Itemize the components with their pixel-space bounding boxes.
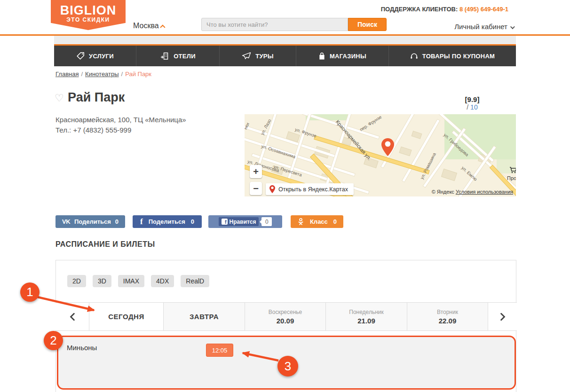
map-building [412, 131, 422, 139]
map-copyright: © Яндекс Условия использования [432, 189, 513, 195]
map-zoom-in-button[interactable]: + [250, 165, 262, 178]
nav-item-hotels[interactable]: ОТЕЛИ [136, 46, 220, 66]
tab-today[interactable]: СЕГОДНЯ [89, 303, 164, 330]
tab-tuesday[interactable]: Вторник 22.09 [407, 303, 488, 330]
nav-label: ОТЕЛИ [174, 53, 196, 60]
facebook-share-count: 0 [191, 218, 194, 225]
support-phone: ПОДДЕРЖКА КЛИЕНТОВ: 8 (495) 649-649-1 [381, 6, 508, 13]
vk-share-label: Поделиться [74, 218, 111, 225]
search-bar: Поиск [201, 18, 387, 31]
odnoklassniki-label: Класс [310, 218, 328, 225]
tab-day-date: 20.09 [277, 317, 294, 325]
nav-label: МАГАЗИНЫ [330, 53, 366, 60]
breadcrumb-cinemas[interactable]: Кинотеатры [85, 71, 119, 78]
favorite-heart-icon[interactable]: ♡ [55, 92, 64, 104]
tab-monday[interactable]: Понедельник 21.09 [326, 303, 407, 330]
biglion-logo[interactable]: BIGLION ЭТО СКИДКИ [51, 0, 126, 30]
facebook-like-count: 0 [261, 217, 272, 226]
tab-day-name: Вторник [437, 309, 458, 315]
facebook-like-widget[interactable]: f Нравится 0 [208, 215, 282, 228]
chevron-right-icon [499, 313, 506, 321]
nav-item-shops[interactable]: МАГАЗИНЫ [296, 46, 389, 66]
movie-title: Миньоны [67, 344, 97, 352]
open-yandex-maps-label: Открыть в Яндекс.Картах [278, 186, 348, 193]
tab-tomorrow[interactable]: ЗАВТРА [164, 303, 245, 330]
tab-tomorrow-label: ЗАВТРА [190, 313, 219, 321]
nav-item-coupon-goods[interactable]: ТОВАРЫ ПО КУПОНАМ [389, 46, 516, 66]
odnoklassniki-count: 0 [333, 218, 337, 225]
search-input[interactable] [201, 18, 348, 31]
bag-icon [318, 52, 325, 60]
breadcrumb-separator: / [121, 71, 123, 78]
nav-label: ТУРЫ [255, 53, 274, 60]
support-label: ПОДДЕРЖКА КЛИЕНТОВ: [381, 6, 459, 13]
odnoklassniki-share-button[interactable]: Класс 0 [291, 215, 343, 228]
facebook-share-button[interactable]: f Поделиться 0 [133, 215, 202, 228]
breadcrumb-current: Рай Парк [125, 71, 151, 78]
support-phone-number[interactable]: 8 (495) 649-649-1 [459, 6, 508, 13]
day-tabs: СЕГОДНЯ ЗАВТРА Воскресенье 20.09 Понедел… [55, 302, 517, 331]
annotation-marker-3: 3 [277, 356, 298, 376]
map-terms-link[interactable]: Условия использования [456, 189, 513, 195]
map-building [399, 147, 412, 157]
vk-share-button[interactable]: VK Поделиться 0 [55, 215, 125, 228]
tab-day-date: 21.09 [357, 317, 375, 325]
account-menu[interactable]: Личный кабинет [454, 23, 514, 31]
odnoklassniki-icon [297, 218, 304, 226]
annotation-marker-2: 2 [44, 331, 63, 350]
facebook-icon: f [222, 219, 228, 225]
filter-imax[interactable]: IMAX [118, 275, 144, 287]
schedule-heading: РАСПИСАНИЕ И БИЛЕТЫ [55, 240, 155, 249]
breadcrumb-home[interactable]: Главная [55, 71, 79, 78]
facebook-like-label: Нравится [230, 219, 256, 225]
logo-text: BIGLION [60, 4, 117, 16]
prev-days-button[interactable] [55, 303, 89, 330]
search-button[interactable]: Поиск [348, 18, 387, 31]
tab-day-name: Понедельник [349, 309, 383, 315]
chevron-down-icon [510, 24, 515, 29]
facebook-like-button[interactable]: f Нравится [219, 217, 259, 226]
city-selector[interactable]: Москва [133, 22, 166, 30]
venue-address: Красноармейская, 100, ТЦ «Мельница» [55, 116, 186, 124]
map-street-label: ул. Ромашина [419, 152, 437, 180]
open-yandex-maps-link[interactable]: Открыть в Яндекс.Картах [266, 183, 354, 195]
venue-phone: Тел.: +7 (4832) 555-999 [55, 126, 131, 134]
map-pin-icon [381, 138, 394, 157]
city-label: Москва [133, 22, 159, 30]
next-days-button[interactable] [488, 303, 517, 330]
nav-item-tours[interactable]: ТУРЫ [220, 46, 296, 66]
filter-4dx[interactable]: 4DX [151, 275, 174, 287]
map-zoom-out-button[interactable]: − [250, 182, 262, 195]
page: BIGLION ЭТО СКИДКИ Москва Поиск ПОДДЕРЖК… [0, 0, 570, 392]
rating-slash: / [467, 103, 470, 111]
chevron-left-icon [69, 313, 76, 321]
map-copyright-text: © Яндекс [432, 189, 456, 195]
rating-value: [9.9] [457, 95, 487, 103]
social-share-row: VK Поделиться 0 f Поделиться 0 f Нравитс… [55, 215, 343, 228]
filter-2d[interactable]: 2D [67, 275, 86, 287]
map[interactable]: ул. Лазо нки ул. Фрунзе ул. Осоавиахима … [245, 114, 516, 196]
subheader-strip [54, 36, 516, 44]
map-park-area [444, 114, 516, 159]
main-nav: УСЛУГИ ОТЕЛИ ТУРЫ МАГАЗИНЫ ТОВАРЫ ПО КУП… [54, 46, 516, 66]
plane-icon [242, 52, 251, 60]
filter-reald[interactable]: RealD [181, 275, 209, 287]
logo-tagline: ЭТО СКИДКИ [66, 16, 110, 23]
tab-day-name: Воскресенье [269, 309, 302, 315]
headphones-icon [410, 53, 418, 59]
map-building [441, 169, 457, 181]
vk-icon: VK [62, 218, 70, 225]
chevron-up-icon [160, 24, 165, 30]
showtime-button[interactable]: 12:05 [206, 344, 233, 357]
map-street-label: ул. Осоавиахима [261, 143, 296, 159]
vk-share-count: 0 [115, 218, 119, 225]
tab-sunday[interactable]: Воскресенье 20.09 [245, 303, 326, 330]
yandex-pin-icon [269, 185, 275, 193]
facebook-icon: f [140, 217, 143, 227]
account-label: Личный кабинет [454, 23, 507, 31]
nav-item-services[interactable]: УСЛУГИ [54, 46, 136, 66]
annotation-marker-1: 1 [20, 282, 40, 302]
map-poi-label: Прос [507, 175, 516, 181]
filter-3d[interactable]: 3D [93, 275, 111, 287]
nav-label: ТОВАРЫ ПО КУПОНАМ [422, 53, 495, 60]
